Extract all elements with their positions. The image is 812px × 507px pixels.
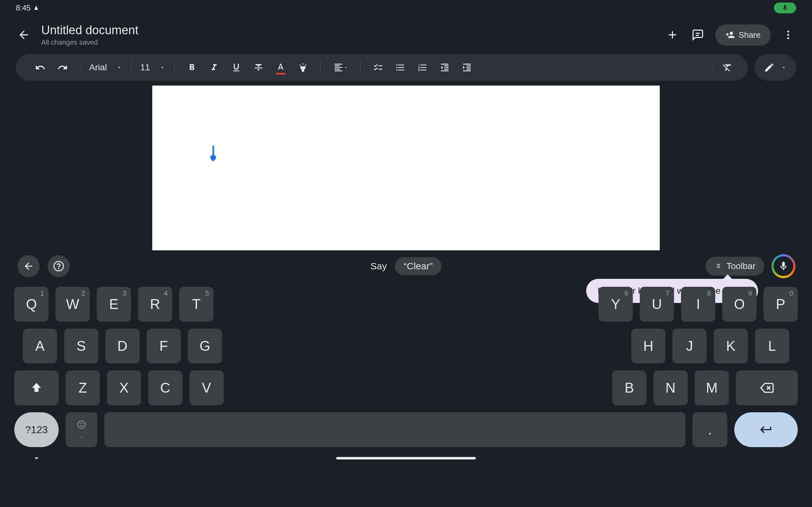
key-i[interactable]: I8 (681, 287, 715, 322)
checklist-icon (373, 62, 383, 72)
status-mic-pill (774, 3, 796, 13)
svg-point-4 (787, 38, 789, 39)
key-b[interactable]: B (612, 371, 647, 405)
key-n[interactable]: N (653, 371, 688, 405)
bold-button[interactable] (181, 58, 203, 77)
chevron-double-down-icon (714, 262, 722, 270)
key-r[interactable]: R4 (138, 287, 172, 322)
clear-format-icon (722, 62, 733, 73)
clear-formatting-button[interactable] (716, 58, 739, 77)
underline-icon (231, 62, 241, 72)
key-l[interactable]: L (755, 329, 789, 363)
back-button[interactable] (16, 27, 32, 43)
document-page[interactable] (152, 86, 660, 250)
voice-typing-button[interactable] (772, 255, 795, 277)
period-key[interactable]: . (693, 412, 727, 447)
document-title[interactable]: Untitled document (41, 23, 655, 37)
key-p[interactable]: P0 (763, 287, 798, 322)
key-o[interactable]: O9 (722, 287, 757, 322)
more-button[interactable] (780, 27, 796, 43)
pencil-icon (764, 62, 774, 73)
backspace-key[interactable] (736, 371, 798, 405)
redo-button[interactable] (51, 58, 73, 77)
font-size-dropdown[interactable]: 11 (134, 62, 171, 72)
backspace-icon (760, 381, 774, 395)
symbols-key[interactable]: ?123 (14, 412, 59, 447)
edit-mode-button[interactable] (754, 54, 796, 81)
shift-icon (31, 382, 43, 394)
comments-button[interactable] (690, 27, 706, 43)
kb-help-button[interactable] (48, 255, 70, 277)
nav-bar (0, 450, 812, 466)
key-e[interactable]: E3 (97, 287, 131, 322)
key-u[interactable]: U7 (640, 287, 674, 322)
strikethrough-button[interactable] (247, 58, 270, 77)
key-h[interactable]: H (631, 329, 665, 363)
font-family-dropdown[interactable]: Arial (83, 62, 129, 72)
collapse-keyboard-button[interactable] (32, 453, 41, 463)
formatting-toolbar: Arial 11 (16, 54, 748, 81)
comma-label: , (81, 430, 83, 439)
key-a[interactable]: A (23, 329, 57, 363)
text-cursor (212, 146, 214, 155)
kb-back-button[interactable] (17, 255, 40, 277)
person-add-icon (725, 30, 735, 40)
toolbar-toggle-label: Toolbar (726, 261, 756, 271)
indent-decrease-icon (440, 62, 450, 72)
key-q[interactable]: Q1 (14, 287, 49, 322)
italic-icon (209, 62, 219, 72)
nav-handle[interactable] (336, 457, 476, 459)
align-button[interactable] (327, 58, 354, 77)
svg-point-6 (58, 268, 59, 269)
underline-button[interactable] (225, 58, 247, 77)
font-family-value: Arial (89, 62, 107, 72)
key-c[interactable]: C (148, 371, 183, 405)
dropdown-icon (159, 65, 165, 70)
key-y[interactable]: Y6 (599, 287, 633, 322)
shift-key[interactable] (14, 371, 59, 405)
key-z[interactable]: Z (66, 371, 100, 405)
key-m[interactable]: M (695, 371, 729, 405)
undo-button[interactable] (29, 58, 51, 77)
plus-icon (666, 29, 679, 41)
bullet-list-icon (395, 62, 405, 72)
font-size-value: 11 (140, 62, 150, 72)
key-x[interactable]: X (107, 371, 141, 405)
key-j[interactable]: J (672, 329, 707, 363)
status-bar: 8:45 (0, 0, 812, 16)
microphone-icon (781, 4, 789, 11)
checklist-button[interactable] (367, 58, 389, 77)
toolbar-toggle-button[interactable]: Toolbar (705, 257, 764, 276)
italic-button[interactable] (203, 58, 225, 77)
increase-indent-button[interactable] (456, 58, 478, 77)
key-s[interactable]: S (64, 329, 98, 363)
key-d[interactable]: D (105, 329, 140, 363)
key-k[interactable]: K (714, 329, 748, 363)
more-vert-icon (782, 29, 794, 41)
numbered-list-button[interactable] (411, 58, 434, 77)
arrow-back-icon (17, 29, 30, 41)
add-button[interactable] (664, 27, 680, 43)
help-icon (53, 261, 64, 272)
bold-icon (187, 62, 197, 72)
text-color-button[interactable] (270, 58, 292, 77)
share-button[interactable]: Share (715, 24, 771, 46)
key-g[interactable]: G (188, 329, 222, 363)
clear-chip[interactable]: “Clear” (395, 257, 442, 275)
emoji-key[interactable]: , (66, 412, 97, 447)
arrow-back-icon (23, 261, 34, 272)
comment-icon (692, 29, 704, 41)
key-t[interactable]: T5 (179, 287, 213, 322)
decrease-indent-button[interactable] (434, 58, 456, 77)
highlight-button[interactable] (292, 58, 314, 77)
key-w[interactable]: W2 (55, 287, 90, 322)
cursor-handle[interactable] (209, 153, 217, 161)
microphone-icon (778, 261, 789, 272)
key-v[interactable]: V (189, 371, 223, 405)
dropdown-icon (781, 65, 786, 70)
enter-key[interactable] (734, 412, 798, 447)
space-key[interactable] (104, 412, 686, 447)
key-f[interactable]: F (147, 329, 181, 363)
numbered-list-icon (417, 62, 427, 72)
bullet-list-button[interactable] (389, 58, 411, 77)
